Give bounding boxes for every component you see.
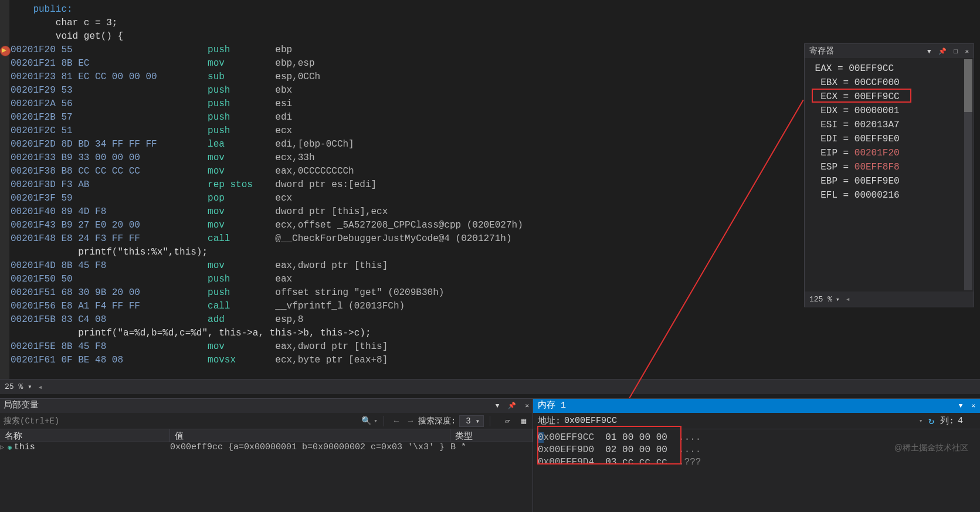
memory-title: 内存 1 [538,399,566,413]
dropdown-icon[interactable]: ▾ [374,417,378,425]
nav-back-button[interactable]: ← [390,415,403,428]
address-input[interactable]: 0x00EFF9CC [564,416,919,426]
dropdown-icon[interactable]: ▾ [919,417,923,425]
asm-line[interactable]: 00201F5B 83 C4 08 add esp,8 [11,313,980,327]
close-icon[interactable]: ✕ [965,48,969,55]
col-value[interactable]: 值 [170,429,450,442]
locals-header[interactable]: 局部变量 ▼ 📌 ✕ [0,399,533,413]
register-edi[interactable]: EDI = 00EFF9E0 [809,132,969,146]
pin-icon[interactable]: 📌 [938,48,947,55]
register-edx[interactable]: EDX = 00000001 [809,104,969,118]
close-icon[interactable]: ✕ [525,402,529,409]
dropdown-icon[interactable]: ▾ [836,296,840,303]
settings-icon[interactable]: ▦ [518,416,529,426]
registers-title: 寄存器 [809,44,834,58]
maximize-icon[interactable]: □ [954,48,958,55]
watermark: @稀土掘金技术社区 [894,443,968,453]
register-efl[interactable]: EFL = 00000216 [809,188,969,202]
col-name[interactable]: 名称 [0,429,170,442]
dropdown-icon[interactable]: ▼ [496,402,500,409]
breakpoint-gutter[interactable] [0,0,9,379]
locals-title: 局部变量 [4,399,39,413]
col-type[interactable]: 类型 [450,429,533,442]
local-row[interactable]: this0x00eff9cc {a=0x00000001 b=0x0000000… [0,442,533,455]
source-line: public: [11,3,980,16]
registers-body[interactable]: EAX = 00EFF9CC EBX = 00CCF000 ECX = 00EF… [805,58,974,290]
depth-selector[interactable]: 3 [459,415,484,427]
columns-input[interactable]: 4 [958,416,975,426]
columns-label: 列: [940,415,954,426]
dropdown-icon[interactable]: ▼ [927,48,931,55]
register-ebx[interactable]: EBX = 00CCF000 [809,76,969,90]
zoom-bar: 25 % ◂ [0,379,980,394]
memory-header[interactable]: 内存 1 ▼ ✕ [533,399,980,413]
register-eip[interactable]: EIP = 00201F20 [809,146,969,160]
scroll-left-icon[interactable]: ◂ [846,294,850,304]
source-line: void get() { [11,30,980,43]
address-label: 地址: [538,415,561,426]
register-ebp[interactable]: EBP = 00EFF9E0 [809,174,969,188]
scroll-left-icon[interactable]: ◂ [38,382,42,392]
annotation-box [537,426,681,464]
close-icon[interactable]: ✕ [971,402,975,409]
zoom-level[interactable]: 25 % [5,382,32,391]
depth-label: 搜索深度: [418,416,456,426]
asm-line[interactable]: 00201F61 0F BE 48 08 movsx ecx,byte ptr … [11,354,980,367]
locals-panel: 局部变量 ▼ 📌 ✕ 搜索(Ctrl+E) 🔍 ▾ ← → 搜索深度: 3 ▱ … [0,398,533,512]
search-input[interactable]: 搜索(Ctrl+E) [4,416,150,426]
refresh-icon[interactable]: ↻ [928,415,934,427]
registers-header[interactable]: 寄存器 ▼ 📌 □ ✕ [805,44,974,58]
dropdown-icon[interactable]: ▼ [959,402,963,409]
locals-toolbar: 搜索(Ctrl+E) 🔍 ▾ ← → 搜索深度: 3 ▱ ▦ [0,413,533,429]
registers-zoom: 125 % ▾ ◂ [805,291,974,307]
register-esi[interactable]: ESI = 002013A7 [809,118,969,132]
source-line: char c = 3; [11,16,980,30]
search-icon[interactable]: 🔍 [361,416,371,426]
source-line: printf("a=%d,b=%d,c=%d", this->a, this->… [11,327,980,340]
asm-line[interactable]: 00201F5E 8B 45 F8 mov eax,dword ptr [thi… [11,340,980,354]
registers-panel: 寄存器 ▼ 📌 □ ✕ EAX = 00EFF9CC EBX = 00CCF00… [804,43,974,307]
register-eax[interactable]: EAX = 00EFF9CC [809,62,969,76]
nav-forward-button[interactable]: → [404,415,417,428]
pin-icon[interactable]: 📌 [508,402,516,409]
filter-icon[interactable]: ▱ [502,416,513,426]
registers-scrollbar[interactable] [964,59,972,290]
locals-columns: 名称 值 类型 [0,429,533,442]
register-esp[interactable]: ESP = 00EFF8F8 [809,160,969,174]
